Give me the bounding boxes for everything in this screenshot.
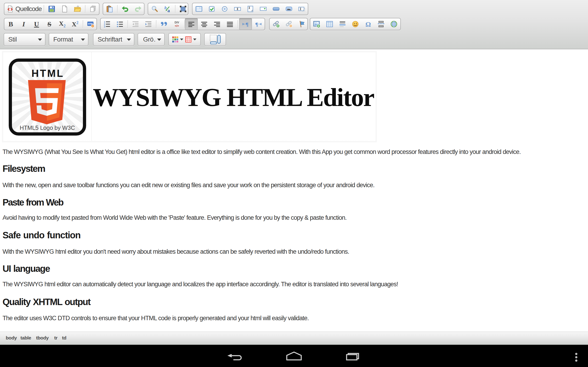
- svg-text:DIV: DIV: [174, 21, 179, 24]
- svg-text:</>: </>: [175, 24, 179, 27]
- svg-text:b: b: [164, 5, 167, 10]
- svg-text:¶: ¶: [255, 21, 258, 27]
- svg-text:HTML: HTML: [32, 68, 64, 79]
- svg-text:HTML5 Logo by W3C: HTML5 Logo by W3C: [20, 125, 75, 131]
- svg-text:Ω: Ω: [365, 20, 371, 28]
- svg-text:3: 3: [104, 25, 105, 28]
- svg-text:¶: ¶: [246, 21, 249, 27]
